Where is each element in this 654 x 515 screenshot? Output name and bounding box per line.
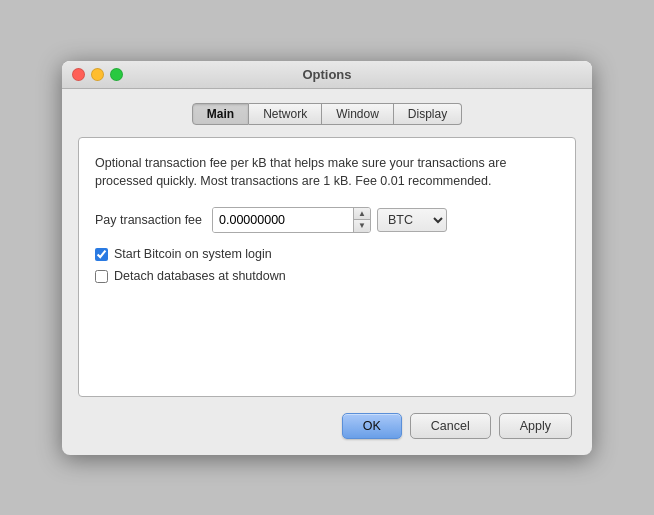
tab-display[interactable]: Display (394, 103, 462, 125)
minimize-button[interactable] (91, 68, 104, 81)
content-panel: Optional transaction fee per kB that hel… (78, 137, 576, 397)
detach-db-label: Detach databases at shutdown (114, 269, 286, 283)
tab-main[interactable]: Main (192, 103, 249, 125)
ok-button[interactable]: OK (342, 413, 402, 439)
apply-button[interactable]: Apply (499, 413, 572, 439)
close-button[interactable] (72, 68, 85, 81)
fee-increment-button[interactable]: ▲ (354, 208, 370, 220)
fee-decrement-button[interactable]: ▼ (354, 220, 370, 232)
traffic-lights (72, 68, 123, 81)
fee-row: Pay transaction fee ▲ ▼ BTC mBTC μBTC (95, 207, 559, 233)
maximize-button[interactable] (110, 68, 123, 81)
checkbox-detach-db: Detach databases at shutdown (95, 269, 559, 283)
tab-window[interactable]: Window (322, 103, 394, 125)
button-row: OK Cancel Apply (78, 413, 576, 439)
start-login-label: Start Bitcoin on system login (114, 247, 272, 261)
description-text: Optional transaction fee per kB that hel… (95, 154, 559, 192)
fee-label: Pay transaction fee (95, 213, 202, 227)
title-bar: Options (62, 61, 592, 89)
fee-spinner: ▲ ▼ (353, 208, 370, 232)
fee-input[interactable] (213, 208, 353, 232)
options-window: Options Main Network Window Display Opti… (62, 61, 592, 455)
start-login-checkbox[interactable] (95, 248, 108, 261)
detach-db-checkbox[interactable] (95, 270, 108, 283)
checkbox-start-login: Start Bitcoin on system login (95, 247, 559, 261)
window-body: Main Network Window Display Optional tra… (62, 89, 592, 455)
tab-bar: Main Network Window Display (78, 103, 576, 125)
tab-network[interactable]: Network (249, 103, 322, 125)
currency-select[interactable]: BTC mBTC μBTC (377, 208, 447, 232)
window-title: Options (302, 67, 351, 82)
fee-input-wrapper: ▲ ▼ (212, 207, 371, 233)
cancel-button[interactable]: Cancel (410, 413, 491, 439)
